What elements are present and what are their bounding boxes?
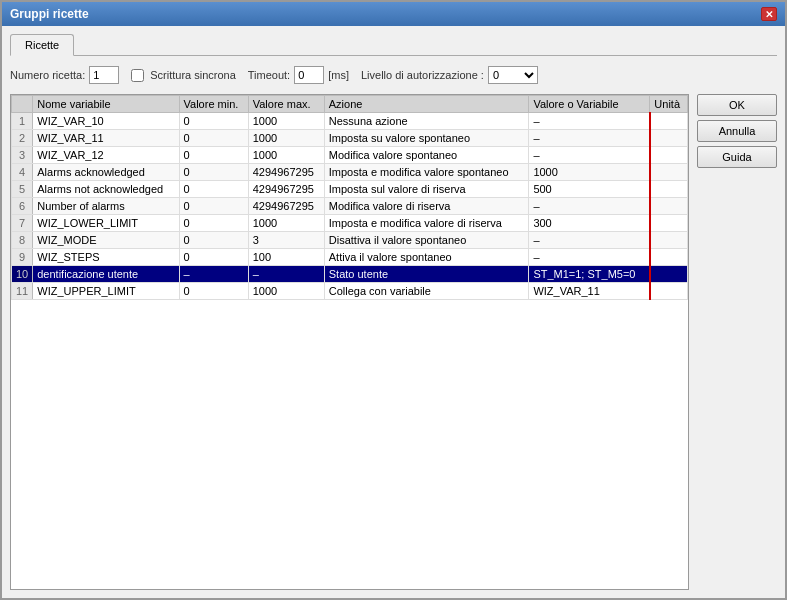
main-window: Gruppi ricette ✕ Ricette Numero ricetta:… (0, 0, 787, 600)
data-table: Nome variabile Valore min. Valore max. A… (11, 95, 688, 300)
tab-ricette[interactable]: Ricette (10, 34, 74, 56)
timeout-label: Timeout: (248, 69, 290, 81)
table-row[interactable]: 8WIZ_MODE03Disattiva il valore spontaneo… (12, 232, 688, 249)
timeout-input[interactable] (294, 66, 324, 84)
scrittura-group: Scrittura sincrona (131, 69, 236, 82)
livello-select[interactable]: 0 1 2 (488, 66, 538, 84)
numero-group: Numero ricetta: (10, 66, 119, 84)
table-row[interactable]: 3WIZ_VAR_1201000Modifica valore spontane… (12, 147, 688, 164)
numero-input[interactable] (89, 66, 119, 84)
table-row[interactable]: 6Number of alarms04294967295Modifica val… (12, 198, 688, 215)
guida-button[interactable]: Guida (697, 146, 777, 168)
close-button[interactable]: ✕ (761, 7, 777, 21)
col-min: Valore min. (179, 96, 248, 113)
timeout-group: Timeout: [ms] (248, 66, 349, 84)
table-header-row: Nome variabile Valore min. Valore max. A… (12, 96, 688, 113)
window-title: Gruppi ricette (10, 7, 89, 21)
ok-button[interactable]: OK (697, 94, 777, 116)
table-row[interactable]: 1WIZ_VAR_1001000Nessuna azione– (12, 113, 688, 130)
livello-label: Livello di autorizzazione : (361, 69, 484, 81)
col-valore: Valore o Variabile (529, 96, 650, 113)
sidebar-buttons: OK Annulla Guida (697, 94, 777, 590)
table-row[interactable]: 10dentificazione utente––Stato utenteST_… (12, 266, 688, 283)
col-azione: Azione (324, 96, 529, 113)
table-container[interactable]: Nome variabile Valore min. Valore max. A… (10, 94, 689, 590)
scrittura-checkbox[interactable] (131, 69, 144, 82)
col-nome: Nome variabile (33, 96, 179, 113)
col-num (12, 96, 33, 113)
title-bar-buttons: ✕ (761, 7, 777, 21)
table-row[interactable]: 11WIZ_UPPER_LIMIT01000Collega con variab… (12, 283, 688, 300)
scrittura-label: Scrittura sincrona (150, 69, 236, 81)
tab-bar: Ricette (10, 34, 777, 56)
table-row[interactable]: 9WIZ_STEPS0100Attiva il valore spontaneo… (12, 249, 688, 266)
toolbar: Numero ricetta: Scrittura sincrona Timeo… (10, 62, 777, 88)
title-bar: Gruppi ricette ✕ (2, 2, 785, 26)
livello-group: Livello di autorizzazione : 0 1 2 (361, 66, 538, 84)
timeout-unit: [ms] (328, 69, 349, 81)
annulla-button[interactable]: Annulla (697, 120, 777, 142)
numero-label: Numero ricetta: (10, 69, 85, 81)
content-area: Nome variabile Valore min. Valore max. A… (10, 94, 777, 590)
table-row[interactable]: 4Alarms acknowledged04294967295Imposta e… (12, 164, 688, 181)
col-max: Valore max. (248, 96, 324, 113)
table-row[interactable]: 2WIZ_VAR_1101000Imposta su valore sponta… (12, 130, 688, 147)
window-body: Ricette Numero ricetta: Scrittura sincro… (2, 26, 785, 598)
col-unita: Unità (650, 96, 688, 113)
table-row[interactable]: 7WIZ_LOWER_LIMIT01000Imposta e modifica … (12, 215, 688, 232)
table-row[interactable]: 5Alarms not acknowledged04294967295Impos… (12, 181, 688, 198)
